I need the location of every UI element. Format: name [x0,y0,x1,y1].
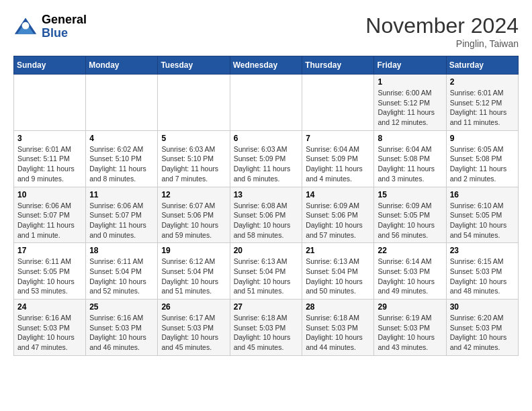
day-cell: 14Sunrise: 6:09 AMSunset: 5:06 PMDayligh… [302,187,374,243]
day-number: 20 [234,246,299,255]
day-cell: 12Sunrise: 6:07 AMSunset: 5:06 PMDayligh… [158,187,230,243]
logo-line1: General [42,13,87,27]
title-block: November 2024 Pinglin, Taiwan [365,13,519,49]
week-row-2: 3Sunrise: 6:01 AMSunset: 5:11 PMDaylight… [14,130,519,187]
day-number: 15 [378,190,442,199]
day-info: Sunrise: 6:17 AMSunset: 5:03 PMDaylight:… [161,313,226,353]
day-cell: 3Sunrise: 6:01 AMSunset: 5:11 PMDaylight… [14,130,86,187]
day-info: Sunrise: 6:03 AMSunset: 5:10 PMDaylight:… [161,144,226,184]
day-cell: 19Sunrise: 6:12 AMSunset: 5:04 PMDayligh… [158,243,230,300]
day-cell: 7Sunrise: 6:04 AMSunset: 5:09 PMDaylight… [302,130,374,187]
day-info: Sunrise: 6:14 AMSunset: 5:03 PMDaylight:… [378,257,442,296]
day-number: 3 [17,134,82,143]
calendar-header: Sunday Monday Tuesday Wednesday Thursday… [14,56,519,75]
col-monday: Monday [86,56,158,75]
day-number: 17 [17,246,82,255]
day-number: 30 [450,302,515,312]
day-info: Sunrise: 6:11 AMSunset: 5:05 PMDaylight:… [17,257,82,296]
week-row-4: 17Sunrise: 6:11 AMSunset: 5:05 PMDayligh… [14,243,519,300]
header-row: Sunday Monday Tuesday Wednesday Thursday… [14,56,519,75]
day-number: 23 [450,246,515,255]
day-info: Sunrise: 6:13 AMSunset: 5:04 PMDaylight:… [234,257,299,296]
day-cell: 11Sunrise: 6:06 AMSunset: 5:07 PMDayligh… [86,187,158,243]
day-number: 8 [378,134,442,143]
day-info: Sunrise: 6:20 AMSunset: 5:03 PMDaylight:… [450,313,515,353]
day-cell: 15Sunrise: 6:09 AMSunset: 5:05 PMDayligh… [374,187,446,243]
day-info: Sunrise: 6:06 AMSunset: 5:07 PMDaylight:… [17,201,82,240]
day-number: 14 [306,190,370,199]
day-cell: 17Sunrise: 6:11 AMSunset: 5:05 PMDayligh… [14,243,86,300]
day-cell: 6Sunrise: 6:03 AMSunset: 5:09 PMDaylight… [230,130,302,187]
day-number: 16 [450,190,515,199]
day-info: Sunrise: 6:09 AMSunset: 5:05 PMDaylight:… [378,201,442,240]
day-info: Sunrise: 6:18 AMSunset: 5:03 PMDaylight:… [234,313,299,353]
day-cell [158,75,230,131]
day-number: 1 [378,77,442,87]
day-cell: 5Sunrise: 6:03 AMSunset: 5:10 PMDaylight… [158,130,230,187]
day-info: Sunrise: 6:00 AMSunset: 5:12 PMDaylight:… [378,88,442,128]
day-info: Sunrise: 6:04 AMSunset: 5:08 PMDaylight:… [378,144,442,184]
day-number: 10 [17,190,82,199]
day-number: 28 [306,302,370,312]
logo-icon [13,15,38,39]
day-number: 11 [89,190,154,199]
day-info: Sunrise: 6:10 AMSunset: 5:05 PMDaylight:… [450,201,515,240]
day-cell: 26Sunrise: 6:17 AMSunset: 5:03 PMDayligh… [158,300,230,356]
col-sunday: Sunday [14,56,86,75]
col-thursday: Thursday [302,56,374,75]
day-info: Sunrise: 6:16 AMSunset: 5:03 PMDaylight:… [17,313,82,353]
col-wednesday: Wednesday [230,56,302,75]
day-info: Sunrise: 6:02 AMSunset: 5:10 PMDaylight:… [89,144,154,184]
day-cell: 28Sunrise: 6:18 AMSunset: 5:03 PMDayligh… [302,300,374,356]
day-cell: 13Sunrise: 6:08 AMSunset: 5:06 PMDayligh… [230,187,302,243]
day-info: Sunrise: 6:05 AMSunset: 5:08 PMDaylight:… [450,144,515,184]
day-number: 27 [234,302,299,312]
location: Pinglin, Taiwan [365,38,519,49]
week-row-5: 24Sunrise: 6:16 AMSunset: 5:03 PMDayligh… [14,300,519,356]
day-number: 18 [89,246,154,255]
day-info: Sunrise: 6:06 AMSunset: 5:07 PMDaylight:… [89,201,154,240]
logo-line2: Blue [42,27,87,40]
month-title: November 2024 [365,13,519,38]
day-cell: 2Sunrise: 6:01 AMSunset: 5:12 PMDaylight… [446,75,518,131]
day-info: Sunrise: 6:11 AMSunset: 5:04 PMDaylight:… [89,257,154,296]
day-info: Sunrise: 6:09 AMSunset: 5:06 PMDaylight:… [306,201,370,240]
day-number: 29 [378,302,442,312]
day-cell: 9Sunrise: 6:05 AMSunset: 5:08 PMDaylight… [446,130,518,187]
day-cell: 8Sunrise: 6:04 AMSunset: 5:08 PMDaylight… [374,130,446,187]
day-cell: 21Sunrise: 6:13 AMSunset: 5:04 PMDayligh… [302,243,374,300]
day-cell [230,75,302,131]
day-number: 21 [306,246,370,255]
day-number: 13 [234,190,299,199]
day-number: 22 [378,246,442,255]
day-number: 9 [450,134,515,143]
day-cell [86,75,158,131]
day-info: Sunrise: 6:03 AMSunset: 5:09 PMDaylight:… [234,144,299,184]
day-number: 26 [161,302,226,312]
day-info: Sunrise: 6:13 AMSunset: 5:04 PMDaylight:… [306,257,370,296]
day-info: Sunrise: 6:04 AMSunset: 5:09 PMDaylight:… [306,144,370,184]
day-number: 19 [161,246,226,255]
week-row-1: 1Sunrise: 6:00 AMSunset: 5:12 PMDaylight… [14,75,519,131]
page-header: General Blue November 2024 Pinglin, Taiw… [13,13,519,49]
svg-point-2 [22,22,30,30]
day-info: Sunrise: 6:12 AMSunset: 5:04 PMDaylight:… [161,257,226,296]
week-row-3: 10Sunrise: 6:06 AMSunset: 5:07 PMDayligh… [14,187,519,243]
day-number: 7 [306,134,370,143]
day-cell: 18Sunrise: 6:11 AMSunset: 5:04 PMDayligh… [86,243,158,300]
day-number: 12 [161,190,226,199]
day-number: 24 [17,302,82,312]
day-number: 25 [89,302,154,312]
day-cell: 1Sunrise: 6:00 AMSunset: 5:12 PMDaylight… [374,75,446,131]
day-cell: 29Sunrise: 6:19 AMSunset: 5:03 PMDayligh… [374,300,446,356]
day-cell: 24Sunrise: 6:16 AMSunset: 5:03 PMDayligh… [14,300,86,356]
day-cell [14,75,86,131]
day-cell: 4Sunrise: 6:02 AMSunset: 5:10 PMDaylight… [86,130,158,187]
day-cell: 25Sunrise: 6:16 AMSunset: 5:03 PMDayligh… [86,300,158,356]
logo: General Blue [13,13,87,40]
day-cell: 22Sunrise: 6:14 AMSunset: 5:03 PMDayligh… [374,243,446,300]
day-info: Sunrise: 6:01 AMSunset: 5:12 PMDaylight:… [450,88,515,128]
day-info: Sunrise: 6:07 AMSunset: 5:06 PMDaylight:… [161,201,226,240]
day-number: 5 [161,134,226,143]
day-cell: 20Sunrise: 6:13 AMSunset: 5:04 PMDayligh… [230,243,302,300]
